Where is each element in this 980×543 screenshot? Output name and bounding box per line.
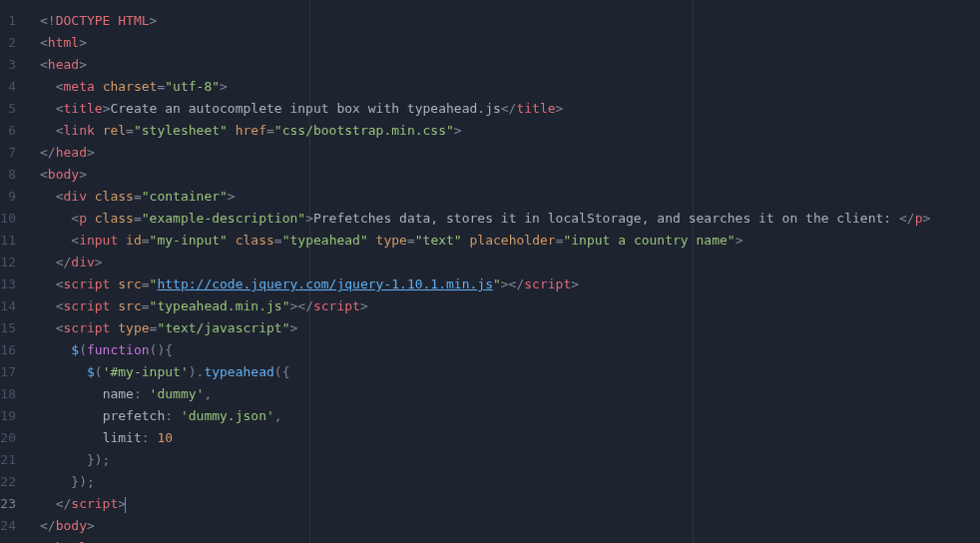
line-number: 15 xyxy=(0,317,26,339)
token-prop: prefetch xyxy=(103,408,166,423)
code-line[interactable]: <!DOCTYPE HTML> xyxy=(34,10,980,32)
code-line[interactable]: <script src="http://code.jquery.com/jque… xyxy=(34,273,980,295)
token-punct: > xyxy=(228,189,236,204)
token-punct: : xyxy=(165,408,181,423)
code-line[interactable]: <link rel="stylesheet" href="css/bootstr… xyxy=(34,120,980,142)
token-attr: src xyxy=(118,298,141,313)
token-punct: : xyxy=(134,386,150,401)
token-punct: , xyxy=(274,408,282,423)
token-punct: : xyxy=(142,430,158,445)
token-tag: link xyxy=(63,123,94,138)
line-number: 23 xyxy=(0,493,26,515)
code-line[interactable]: <title>Create an autocomplete input box … xyxy=(34,98,980,120)
token-txt: Prefetches data, stores it in localStora… xyxy=(313,211,899,226)
code-line[interactable]: <script type="text/javascript"> xyxy=(34,317,980,339)
token-tag: div xyxy=(63,189,86,204)
token-punct: </ xyxy=(40,518,56,533)
token-str: " xyxy=(493,276,501,291)
token-punct: > xyxy=(454,123,462,138)
code-line[interactable]: <body> xyxy=(34,164,980,186)
token-attr: placeholder xyxy=(470,233,556,248)
line-number: 14 xyxy=(0,295,26,317)
token-tag: script xyxy=(313,298,360,313)
token-tag: title xyxy=(516,101,555,116)
code-line[interactable]: <meta charset="utf-8"> xyxy=(34,76,980,98)
token-str: "my-input" xyxy=(150,233,228,248)
code-line[interactable]: <input id="my-input" class="typeahead" t… xyxy=(34,230,980,252)
token-attr: src xyxy=(118,276,141,291)
token-str: '#my-input' xyxy=(103,364,189,379)
code-line[interactable]: name: 'dummy', xyxy=(34,383,980,405)
token-keyw: function xyxy=(87,342,150,357)
token-punct: = xyxy=(142,233,150,248)
token-tag: meta xyxy=(63,79,94,94)
code-line[interactable]: <html> xyxy=(34,32,980,54)
token-punct: = xyxy=(126,123,134,138)
code-line[interactable]: $('#my-input').typeahead({ xyxy=(34,361,980,383)
line-number: 7 xyxy=(0,142,26,164)
token-punct: = xyxy=(134,189,142,204)
token-func: typeahead xyxy=(204,364,273,379)
token-attr: class xyxy=(236,233,274,248)
token-tag: DOCTYPE HTML xyxy=(56,13,150,28)
token-punct: </ xyxy=(899,211,915,226)
token-punct: <! xyxy=(40,13,56,28)
token-txt xyxy=(368,233,376,248)
code-line[interactable]: limit: 10 xyxy=(34,427,980,449)
token-str: "typeahead.min.js" xyxy=(150,298,290,313)
code-line[interactable]: </script> xyxy=(34,493,980,515)
token-attr: type xyxy=(376,233,407,248)
token-txt xyxy=(228,123,236,138)
code-line[interactable]: </html> xyxy=(34,537,980,543)
cursor xyxy=(125,497,126,513)
line-number: 8 xyxy=(0,164,26,186)
token-link: http://code.jquery.com/jquery-1.10.1.min… xyxy=(157,276,493,291)
token-punct: = xyxy=(134,211,142,226)
token-punct: (){ xyxy=(150,342,173,357)
token-tag: body xyxy=(56,518,87,533)
token-txt xyxy=(95,79,103,94)
code-line[interactable]: <div class="container"> xyxy=(34,186,980,208)
token-tag: script xyxy=(63,298,110,313)
line-number: 12 xyxy=(0,252,26,273)
code-line[interactable]: </body> xyxy=(34,515,980,537)
token-tag: script xyxy=(63,320,110,335)
token-func: $ xyxy=(71,342,79,357)
token-txt xyxy=(87,211,95,226)
token-str: 'dummy.json' xyxy=(181,408,274,423)
code-line[interactable]: $(function(){ xyxy=(34,339,980,361)
code-content[interactable]: <!DOCTYPE HTML><html><head> <meta charse… xyxy=(34,0,980,543)
token-tag: div xyxy=(71,255,94,270)
token-attr: rel xyxy=(103,123,126,138)
code-line[interactable]: }); xyxy=(34,449,980,471)
token-prop: name xyxy=(103,386,134,401)
token-punct: > xyxy=(556,101,564,116)
token-punct: > xyxy=(360,298,368,313)
token-tag: html xyxy=(48,35,79,50)
code-line[interactable]: <script src="typeahead.min.js"></script> xyxy=(34,295,980,317)
token-punct: = xyxy=(142,298,150,313)
code-editor[interactable]: 1234567891011121314151617181920212223242… xyxy=(0,0,980,543)
token-attr: id xyxy=(126,233,142,248)
code-line[interactable]: prefetch: 'dummy.json', xyxy=(34,405,980,427)
line-number: 21 xyxy=(0,449,26,471)
token-txt xyxy=(87,189,95,204)
token-punct: ({ xyxy=(274,364,290,379)
token-txt xyxy=(118,233,126,248)
line-number: 24 xyxy=(0,515,26,537)
token-punct: > xyxy=(735,233,743,248)
code-line[interactable]: }); xyxy=(34,471,980,493)
token-punct: > xyxy=(79,35,87,50)
code-line[interactable]: </head> xyxy=(34,142,980,164)
token-tag: input xyxy=(79,233,118,248)
token-punct: ( xyxy=(95,364,103,379)
token-attr: class xyxy=(95,211,134,226)
line-number: 13 xyxy=(0,273,26,295)
token-txt xyxy=(228,233,236,248)
code-line[interactable]: <p class="example-description">Prefetche… xyxy=(34,208,980,230)
token-tag: title xyxy=(63,101,102,116)
token-func: $ xyxy=(87,364,95,379)
code-line[interactable]: <head> xyxy=(34,54,980,76)
token-punct: </ xyxy=(56,496,72,511)
code-line[interactable]: </div> xyxy=(34,252,980,273)
